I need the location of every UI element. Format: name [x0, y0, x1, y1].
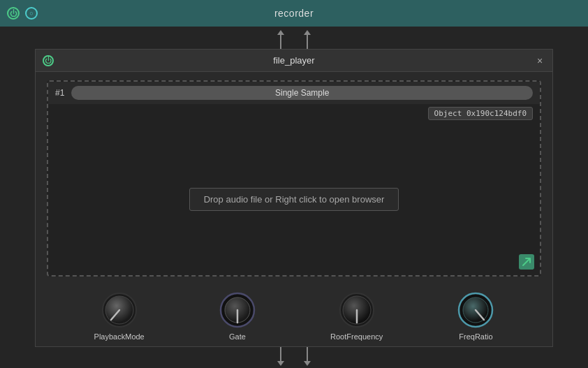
connector-arrow-left-top: [277, 30, 284, 49]
knob-playback-label: PlaybackMode: [94, 332, 145, 341]
sample-number: #1: [55, 88, 64, 98]
inner-title-bar: ⏻ file_player ×: [36, 50, 552, 72]
connector-line-left: [280, 35, 281, 49]
clock-icon[interactable]: ○: [25, 7, 38, 20]
inner-window: ⏻ file_player × #1 Single Sample Object …: [35, 49, 553, 347]
knob-root-frequency[interactable]: [339, 292, 375, 328]
knob-playback-mode[interactable]: [101, 292, 138, 328]
top-bar: ⏻ ○ recorder: [0, 0, 588, 27]
knob-gate-label: Gate: [229, 332, 246, 341]
knob-root-label: RootFrequency: [330, 332, 383, 341]
connector-line-right: [307, 35, 308, 49]
sample-header: #1 Single Sample: [48, 82, 540, 104]
inner-window-title: file_player: [273, 55, 314, 66]
connector-arrow-right-top: [304, 30, 311, 49]
connector-line-bottom-left: [280, 347, 281, 361]
inner-power-icon[interactable]: ⏻: [43, 55, 54, 66]
connector-head-up-right: [304, 30, 311, 35]
knob-group-root: RootFrequency: [330, 292, 383, 341]
sample-name-bar: Single Sample: [71, 86, 533, 100]
object-id-row: Object 0x190c124bdf0: [48, 104, 540, 123]
connector-head-down-left: [277, 361, 284, 366]
knobs-row: PlaybackMode Gate: [36, 285, 552, 346]
connectors-bottom: [0, 347, 588, 368]
top-bar-icons: ⏻ ○: [7, 7, 38, 20]
power-icon[interactable]: ⏻: [7, 7, 20, 20]
connector-bottom-right: [304, 347, 311, 366]
connector-bottom-left: [277, 347, 284, 366]
outer-window: ⏻ ○ recorder ⏻ file_player × #1 Singl: [0, 0, 588, 368]
sample-name: Single Sample: [275, 88, 329, 98]
connectors-top: [0, 27, 588, 49]
connector-head-up-left: [277, 30, 284, 35]
knob-freq-label: FreqRatio: [459, 332, 492, 341]
close-button[interactable]: ×: [534, 55, 545, 66]
knob-group-freq: FreqRatio: [457, 292, 494, 341]
object-id-box: Object 0x190c124bdf0: [428, 107, 533, 120]
app-title: recorder: [274, 8, 314, 19]
drop-zone[interactable]: Drop audio file or Right click to open b…: [48, 123, 540, 275]
sample-panel: #1 Single Sample Object 0x190c124bdf0 Dr…: [47, 80, 541, 277]
drop-label[interactable]: Drop audio file or Right click to open b…: [189, 188, 399, 211]
connector-line-bottom-right: [307, 347, 308, 361]
knob-freq-ratio[interactable]: [457, 292, 494, 328]
navigate-icon[interactable]: [519, 254, 534, 270]
connector-head-down-right: [304, 361, 311, 366]
knob-group-gate: Gate: [219, 292, 256, 341]
knob-group-playback: PlaybackMode: [94, 292, 145, 341]
knob-gate[interactable]: [219, 292, 256, 328]
